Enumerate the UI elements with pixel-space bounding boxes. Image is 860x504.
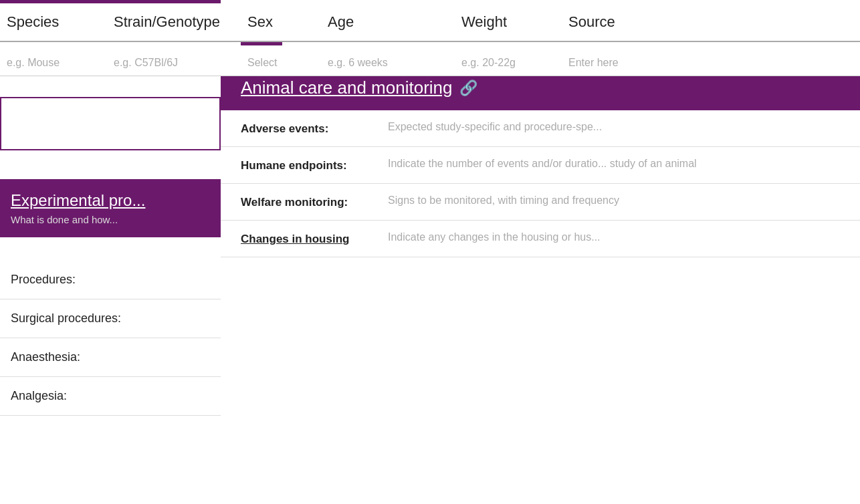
- col-strain: Strain/Genotype: [107, 3, 241, 41]
- adverse-events-label: Adverse events:: [241, 121, 388, 136]
- col-weight: Weight: [455, 3, 562, 41]
- species-input-cell[interactable]: e.g. Mouse: [0, 50, 107, 76]
- animal-care-section-title[interactable]: Animal care and monitoring: [241, 78, 453, 98]
- weight-input-cell[interactable]: e.g. 20-22g: [455, 50, 562, 76]
- link-icon: 🔗: [459, 80, 477, 97]
- col-source: Source: [562, 3, 682, 41]
- sex-input-cell[interactable]: Select: [241, 50, 321, 76]
- left-sidebar-items: Procedures: Surgical procedures: Anaesth…: [0, 261, 221, 416]
- adverse-events-value[interactable]: Expected study-specific and procedure-sp…: [388, 121, 840, 133]
- experimental-procedures-section[interactable]: Experimental pro... What is done and how…: [0, 179, 221, 237]
- procedures-item[interactable]: Procedures:: [0, 261, 221, 299]
- changes-in-housing-label: Changes in housing: [241, 231, 388, 246]
- welfare-monitoring-row: Welfare monitoring: Signs to be monitore…: [221, 184, 860, 221]
- source-input-cell[interactable]: Enter here: [562, 50, 682, 76]
- table-header: Species Strain/Genotype Sex Age Weight S…: [0, 3, 860, 42]
- experimental-procedures-subtitle: What is done and how...: [11, 214, 210, 225]
- strain-input-cell[interactable]: e.g. C57Bl/6J: [107, 50, 241, 76]
- experimental-procedures-title: Experimental pro...: [11, 191, 210, 210]
- humane-endpoints-label: Humane endpoints:: [241, 158, 388, 172]
- welfare-monitoring-label: Welfare monitoring:: [241, 195, 388, 209]
- age-input-cell[interactable]: e.g. 6 weeks: [321, 50, 455, 76]
- changes-in-housing-value[interactable]: Indicate any changes in the housing or h…: [388, 231, 840, 243]
- adverse-events-row: Adverse events: Expected study-specific …: [221, 110, 860, 147]
- col-species: Species: [0, 3, 107, 41]
- changes-in-housing-row: Changes in housing Indicate any changes …: [221, 221, 860, 257]
- animal-input-row: e.g. Mouse e.g. C57Bl/6J Select e.g. 6 w…: [0, 50, 860, 76]
- analgesia-item[interactable]: Analgesia:: [0, 377, 221, 416]
- col-age: Age: [321, 3, 455, 41]
- welfare-monitoring-value[interactable]: Signs to be monitored, with timing and f…: [388, 195, 840, 207]
- col-sex: Sex: [241, 3, 321, 41]
- anaesthesia-item[interactable]: Anaesthesia:: [0, 338, 221, 377]
- purple-input-cell[interactable]: [0, 97, 221, 150]
- humane-endpoints-row: Humane endpoints: Indicate the number of…: [221, 147, 860, 184]
- humane-endpoints-value[interactable]: Indicate the number of events and/or dur…: [388, 158, 840, 170]
- surgical-procedures-item[interactable]: Surgical procedures:: [0, 299, 221, 338]
